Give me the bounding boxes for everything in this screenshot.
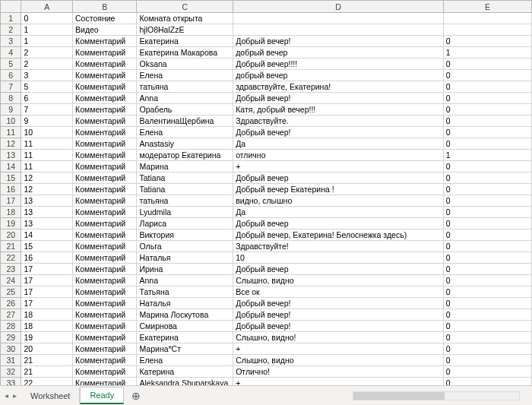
row-header[interactable]: 20 — [1, 229, 21, 241]
row-header[interactable]: 28 — [1, 321, 21, 332]
row-header[interactable]: 22 — [1, 252, 21, 264]
cell[interactable]: Добрый вечер — [233, 172, 444, 184]
cell[interactable]: Добрый вечер — [233, 264, 444, 275]
cell[interactable]: 18 — [21, 321, 73, 332]
row-header[interactable]: 2 — [1, 24, 21, 36]
cell[interactable]: Комментарий — [73, 264, 137, 275]
cell[interactable]: 12 — [21, 172, 73, 184]
cell[interactable]: 0 — [443, 138, 531, 150]
row-header[interactable]: 1 — [1, 13, 21, 24]
cell[interactable]: 20 — [21, 343, 73, 355]
cell[interactable]: 10 — [21, 127, 73, 138]
cell[interactable]: Комментарий — [73, 309, 137, 321]
cell[interactable]: 19 — [21, 332, 73, 343]
cell[interactable]: Комната открыта — [137, 13, 233, 24]
cell[interactable]: 0 — [443, 81, 531, 93]
cell[interactable]: hjlO8HalZzE — [137, 24, 233, 36]
cell[interactable]: 0 — [443, 309, 531, 321]
row-header[interactable]: 6 — [1, 70, 21, 81]
cell[interactable]: Виктория — [137, 229, 233, 241]
tab-ready[interactable]: Ready — [80, 387, 124, 404]
cell[interactable]: 11 — [21, 161, 73, 172]
row-header[interactable]: 21 — [1, 241, 21, 252]
cell[interactable]: Видео — [73, 24, 137, 36]
cell[interactable]: 0 — [443, 36, 531, 47]
cell[interactable]: 1 — [443, 150, 531, 161]
row-header[interactable]: 30 — [1, 343, 21, 355]
row-header[interactable]: 33 — [1, 378, 21, 386]
cell[interactable]: Комментарий — [73, 275, 137, 286]
cell[interactable]: 15 — [21, 241, 73, 252]
cell[interactable]: Комментарий — [73, 355, 137, 366]
cell[interactable]: Oksana — [137, 59, 233, 70]
cell[interactable]: Комментарий — [73, 195, 137, 207]
cell[interactable]: 21 — [21, 366, 73, 378]
cell[interactable]: 0 — [443, 115, 531, 127]
row-header[interactable]: 10 — [1, 115, 21, 127]
cell[interactable]: + — [233, 378, 444, 386]
row-header[interactable]: 19 — [1, 218, 21, 229]
cell[interactable]: Комментарий — [73, 172, 137, 184]
cell[interactable]: 0 — [443, 241, 531, 252]
cell[interactable]: 13 — [21, 195, 73, 207]
cell[interactable]: 0 — [443, 229, 531, 241]
cell[interactable]: Екатерина — [137, 36, 233, 47]
tab-next-icon[interactable]: ▸ — [11, 391, 18, 400]
cell[interactable]: добрый вечер — [233, 70, 444, 81]
row-header[interactable]: 3 — [1, 36, 21, 47]
cell[interactable]: Катя, добрый вечер!!! — [233, 104, 444, 115]
cell[interactable]: Tatiana — [137, 184, 233, 195]
cell[interactable]: Елена — [137, 355, 233, 366]
cell[interactable]: Елена — [137, 127, 233, 138]
col-header-A[interactable]: A — [21, 1, 73, 13]
cell[interactable]: + — [233, 343, 444, 355]
row-header[interactable]: 9 — [1, 104, 21, 115]
cell[interactable]: Комментарий — [73, 104, 137, 115]
cell[interactable]: Комментарий — [73, 378, 137, 386]
tab-prev-icon[interactable]: ◂ — [3, 391, 10, 400]
cell[interactable]: Комментарий — [73, 332, 137, 343]
cell[interactable]: татьяна — [137, 195, 233, 207]
cell[interactable]: Екатерина Макарова — [137, 47, 233, 59]
cell[interactable]: Марина Лоскутова — [137, 309, 233, 321]
cell[interactable]: Смирнова — [137, 321, 233, 332]
cell[interactable]: 0 — [443, 343, 531, 355]
cell[interactable]: Комментарий — [73, 298, 137, 309]
cell[interactable]: 1 — [21, 36, 73, 47]
cell[interactable]: Лариса — [137, 218, 233, 229]
cell[interactable]: 14 — [21, 229, 73, 241]
cell[interactable]: Комментарий — [73, 81, 137, 93]
cell[interactable]: 22 — [21, 378, 73, 386]
cell[interactable]: 0 — [443, 298, 531, 309]
cell[interactable]: Anna — [137, 275, 233, 286]
cell[interactable]: здравствуйте, Екатерина! — [233, 81, 444, 93]
cell[interactable]: 10 — [233, 252, 444, 264]
cell[interactable]: Комментарий — [73, 59, 137, 70]
cell[interactable]: 17 — [21, 286, 73, 298]
cell[interactable]: Добрый вечер! — [233, 127, 444, 138]
row-header[interactable]: 16 — [1, 184, 21, 195]
cell[interactable]: 11 — [21, 150, 73, 161]
row-header[interactable]: 4 — [1, 47, 21, 59]
cell[interactable]: Добрый вечер!!!! — [233, 59, 444, 70]
row-header[interactable]: 25 — [1, 286, 21, 298]
cell[interactable]: 17 — [21, 275, 73, 286]
cell[interactable]: 0 — [443, 378, 531, 386]
row-header[interactable]: 23 — [1, 264, 21, 275]
select-all-corner[interactable] — [1, 1, 21, 13]
cell[interactable]: 13 — [21, 207, 73, 218]
cell[interactable]: Марина*Ст — [137, 343, 233, 355]
cell[interactable]: Комментарий — [73, 343, 137, 355]
row-header[interactable]: 31 — [1, 355, 21, 366]
cell[interactable]: 0 — [443, 161, 531, 172]
cell[interactable]: 0 — [443, 252, 531, 264]
cell[interactable]: Комментарий — [73, 161, 137, 172]
row-header[interactable]: 29 — [1, 332, 21, 343]
cell[interactable]: Марина — [137, 161, 233, 172]
row-header[interactable]: 12 — [1, 138, 21, 150]
cell[interactable]: + — [233, 161, 444, 172]
cell[interactable]: отлично — [233, 150, 444, 161]
scrollbar-thumb[interactable] — [353, 392, 445, 400]
col-header-D[interactable]: D — [233, 1, 444, 13]
cell[interactable]: Комментарий — [73, 207, 137, 218]
